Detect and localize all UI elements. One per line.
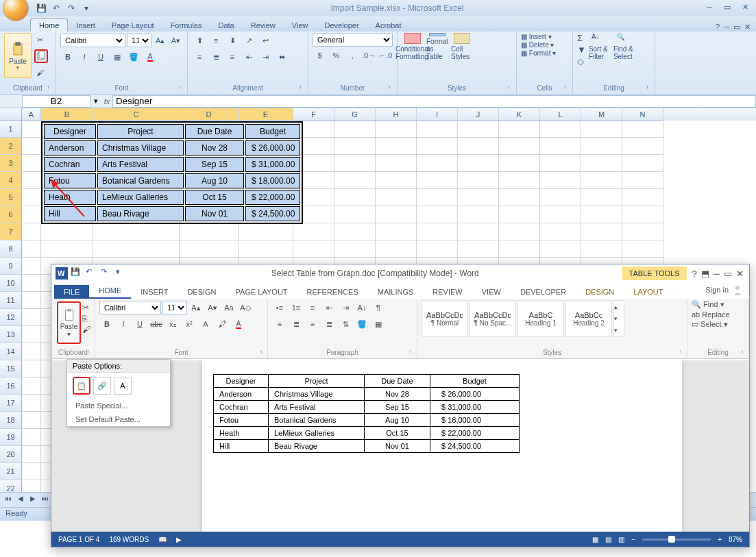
tab-design[interactable]: DESIGN	[178, 285, 225, 299]
cell-A18[interactable]	[22, 412, 41, 429]
shading-icon[interactable]: 🪣	[354, 317, 369, 332]
cell-A13[interactable]	[22, 326, 41, 343]
change-case-icon[interactable]: Aa	[221, 300, 236, 315]
bold-button[interactable]: B	[60, 49, 75, 64]
format-button[interactable]: ▦ Format ▾	[521, 49, 568, 57]
column-header-F[interactable]: F	[293, 108, 334, 121]
row-header-6[interactable]: 6	[0, 206, 22, 223]
multilevel-icon[interactable]: ≡	[305, 300, 320, 315]
row-header-16[interactable]: 16	[0, 377, 22, 395]
indent-inc-icon[interactable]: ⇥	[258, 49, 273, 64]
cell-K8[interactable]	[499, 240, 540, 258]
save-icon[interactable]: 💾	[34, 1, 48, 15]
cell-A5[interactable]	[22, 189, 41, 206]
cell-I6[interactable]	[417, 206, 458, 223]
tab-view[interactable]: VIEW	[472, 285, 511, 299]
text-effects-icon[interactable]: A	[198, 317, 213, 332]
cell-M1[interactable]	[581, 121, 622, 138]
ribbon-options-icon[interactable]: ⬒	[701, 269, 709, 279]
merge-icon[interactable]: ⬌	[274, 49, 289, 64]
table-row[interactable]: HeathLeMieux GalleriesOct 15$ 22,000.00	[214, 427, 520, 440]
cell-N2[interactable]	[622, 138, 663, 155]
table-header[interactable]: Project	[269, 375, 365, 388]
page-indicator[interactable]: PAGE 1 OF 4	[58, 536, 99, 543]
column-header-B[interactable]: B	[41, 108, 93, 121]
table-row[interactable]: CochranArts FestivalSep 15$ 31,000.00	[214, 401, 520, 414]
help-icon[interactable]: ?	[692, 269, 697, 279]
tab-view[interactable]: View	[284, 19, 317, 32]
cell-H4[interactable]	[376, 172, 417, 189]
subscript-icon[interactable]: x₂	[165, 317, 180, 332]
cell-L6[interactable]	[540, 206, 581, 223]
redo-icon[interactable]: ↷	[64, 1, 78, 15]
cut-icon[interactable]: ✂	[33, 33, 47, 47]
align-right-icon[interactable]: ≡	[305, 317, 320, 332]
cell-C7[interactable]	[93, 223, 180, 240]
tab-page-layout[interactable]: Page Layout	[103, 19, 162, 32]
restore-icon[interactable]: ▭	[733, 23, 740, 32]
cell-H8[interactable]	[376, 240, 417, 258]
tab-references[interactable]: REFERENCES	[297, 285, 368, 299]
font-size-select[interactable]: 11	[162, 301, 187, 314]
paste-keep-source-icon[interactable]: 📋	[73, 377, 90, 395]
cell-L5[interactable]	[540, 189, 581, 206]
cell-A3[interactable]	[22, 155, 41, 172]
tab-review[interactable]: Review	[243, 19, 284, 32]
cell-K4[interactable]	[499, 172, 540, 189]
italic-button[interactable]: I	[77, 49, 92, 64]
font-color-button[interactable]: A	[143, 49, 158, 64]
row-header-15[interactable]: 15	[0, 360, 22, 377]
cell-A12[interactable]	[22, 309, 41, 326]
cell-K3[interactable]	[499, 155, 540, 172]
cell-E7[interactable]	[239, 223, 293, 240]
cell-A6[interactable]	[22, 206, 41, 223]
font-color-icon[interactable]: A	[231, 317, 246, 332]
align-top-icon[interactable]: ⬆	[192, 33, 207, 48]
align-left-icon[interactable]: ≡	[192, 49, 207, 64]
table-header[interactable]: Designer	[214, 375, 269, 388]
cell-F8[interactable]	[293, 240, 334, 258]
font-size-select[interactable]: 11	[127, 34, 151, 47]
zoom-slider[interactable]	[642, 539, 711, 541]
underline-button[interactable]: U	[93, 49, 108, 64]
cell-L1[interactable]	[540, 121, 581, 138]
table-header[interactable]: Designer	[44, 124, 96, 139]
cell-I3[interactable]	[417, 155, 458, 172]
table-row[interactable]: FotouBotanical GardensAug 10$ 18,000.00	[44, 173, 300, 188]
read-mode-icon[interactable]: ▤	[605, 536, 611, 543]
cell-N4[interactable]	[622, 172, 663, 189]
row-header-8[interactable]: 8	[0, 240, 22, 258]
indent-dec-icon[interactable]: ⇤	[241, 49, 256, 64]
align-right-icon[interactable]: ≡	[225, 49, 240, 64]
data-table-word[interactable]: DesignerProjectDue DateBudgetAndersonChr…	[213, 374, 520, 453]
formula-bar[interactable]	[112, 95, 756, 108]
row-header-14[interactable]: 14	[0, 343, 22, 360]
cell-A7[interactable]	[22, 223, 41, 240]
fill-icon[interactable]: ▼	[577, 45, 586, 55]
qat-more-icon[interactable]: ▾	[116, 267, 128, 280]
column-header-M[interactable]: M	[581, 108, 622, 121]
qat-more-icon[interactable]: ▾	[80, 1, 93, 15]
cell-G6[interactable]	[334, 206, 376, 223]
cell-N1[interactable]	[622, 121, 663, 138]
select-all-corner[interactable]	[0, 108, 22, 121]
style---normal[interactable]: AaBbCcDc¶ Normal	[422, 300, 468, 337]
paste-text-only-icon[interactable]: A	[114, 377, 132, 395]
cell-H6[interactable]	[376, 206, 417, 223]
column-header-D[interactable]: D	[180, 108, 239, 121]
highlight-icon[interactable]: 🖍	[215, 317, 230, 332]
cell-A2[interactable]	[22, 138, 41, 155]
column-header-C[interactable]: C	[93, 108, 180, 121]
row-header-10[interactable]: 10	[0, 275, 22, 292]
cell-N8[interactable]	[622, 240, 663, 258]
maximize-button[interactable]: ▭	[724, 269, 732, 279]
font-name-select[interactable]: Calibri	[60, 34, 125, 47]
cell-J4[interactable]	[458, 172, 499, 189]
cell-K7[interactable]	[499, 223, 540, 240]
cell-H7[interactable]	[376, 223, 417, 240]
cell-N3[interactable]	[622, 155, 663, 172]
save-icon[interactable]: 💾	[71, 267, 83, 280]
format-painter-icon[interactable]: 🖌	[82, 325, 90, 334]
replace-button[interactable]: ab Replace	[692, 310, 744, 319]
cell-G8[interactable]	[334, 240, 376, 258]
